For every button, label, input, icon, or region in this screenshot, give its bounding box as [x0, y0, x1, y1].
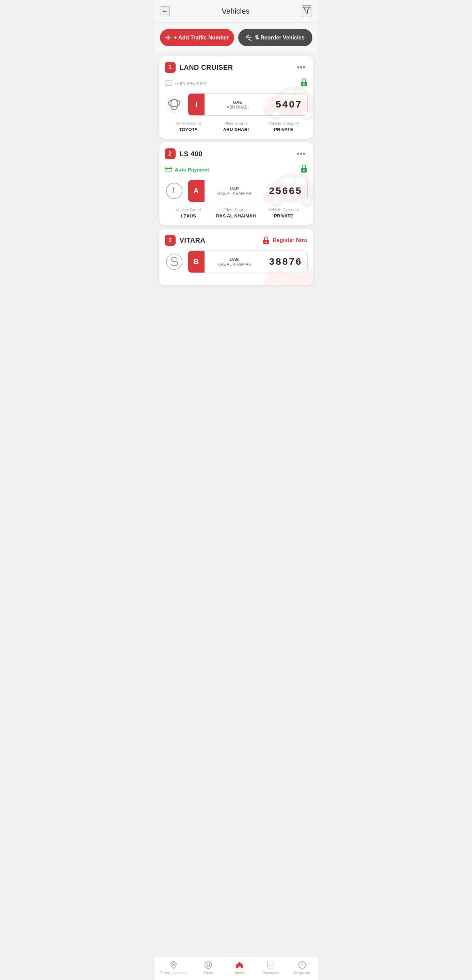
lock-icon-1	[300, 78, 308, 89]
card-title-left-3: 3 VITARA	[165, 235, 205, 246]
plate-source-value-1: ABU DHABI	[212, 127, 260, 132]
requests-icon: ?	[298, 961, 307, 969]
vehicle-card-1: 🚗 1 LAND CRUISER ••• Auto Payment	[159, 56, 313, 139]
plate-number-3: 38876	[264, 255, 307, 269]
vehicle-menu-button-1[interactable]: •••	[295, 62, 307, 73]
card-title-left-1: 1 LAND CRUISER	[165, 62, 233, 73]
lock-icon-2	[300, 164, 308, 175]
plate-letter-1: I	[188, 94, 205, 115]
plate-middle-1: UAE ABU DHABI	[205, 98, 271, 111]
nav-item-tolling[interactable]: Tolling Locations	[160, 961, 187, 975]
category-value-2: PRIVATE	[260, 213, 308, 218]
svg-rect-10	[303, 83, 305, 85]
payments-icon	[267, 961, 275, 969]
category-label-1: Vehicle Category	[260, 121, 308, 126]
category-value-1: PRIVATE	[260, 127, 308, 132]
plate-box-3: B UAE RAS AL KHAIMAH 38876	[188, 250, 308, 273]
add-button-label: + Add Traffic Number	[174, 35, 229, 41]
plate-emirate-1: ABU DHABI	[208, 105, 268, 110]
filter-button[interactable]	[302, 5, 311, 17]
action-buttons-row: + Add Traffic Number ⇅ Reorder Vehicles	[154, 23, 318, 52]
add-traffic-number-button[interactable]: + Add Traffic Number	[160, 29, 234, 46]
nav-item-home[interactable]: Home	[229, 961, 250, 975]
svg-rect-28	[268, 962, 274, 968]
auto-payment-active-2: Auto Payment	[165, 167, 209, 172]
plate-source-label-2: Plate Source	[212, 208, 260, 212]
svg-text:L: L	[171, 185, 176, 195]
svg-rect-19	[303, 170, 305, 171]
brand-value-2: LEXUS	[165, 213, 212, 218]
plate-source-label-1: Plate Source	[212, 121, 260, 126]
home-label: Home	[234, 971, 244, 975]
plate-box-1: I UAE ABU DHABI 5407	[188, 93, 308, 116]
card-header-3: 3 VITARA Register Now	[165, 235, 308, 246]
plate-number-1: 5407	[271, 98, 307, 111]
register-now-label-3: Register Now	[273, 237, 307, 243]
svg-point-26	[173, 964, 174, 965]
nav-item-payments[interactable]: Payments	[261, 961, 281, 975]
category-col-2: Vehicle Category PRIVATE	[260, 208, 308, 218]
info-row-1: Vehicle Brand TOYOTA Plate Source ABU DH…	[165, 121, 308, 132]
back-button[interactable]: ←	[161, 6, 170, 16]
plate-row-3: B UAE RAS AL KHAIMAH 38876	[165, 250, 308, 273]
brand-label-1: Vehicle Brand	[165, 121, 212, 126]
plate-letter-2: A	[188, 180, 205, 202]
payments-label: Payments	[262, 971, 279, 975]
card-icon-2	[165, 167, 172, 172]
card-icon-1	[165, 80, 172, 86]
tolling-label: Tolling Locations	[160, 971, 187, 975]
brand-col-1: Vehicle Brand TOYOTA	[165, 121, 212, 132]
bottom-navigation: Tolling Locations Fines Home Payments ? …	[154, 957, 318, 980]
plate-box-2: A UAE RAS AL KHAIMAH 25665	[188, 180, 308, 202]
plate-source-value-2: RAS AL KHAIMAH	[212, 213, 260, 218]
vehicle-name-3: VITARA	[180, 237, 205, 244]
suzuki-logo-3	[165, 252, 184, 271]
vehicle-menu-button-2[interactable]: •••	[295, 148, 307, 159]
vehicle-name-2: LS 400	[180, 150, 202, 158]
plate-country-1: UAE	[208, 100, 268, 105]
vehicle-number-badge-1: 1	[165, 62, 176, 73]
svg-line-5	[248, 39, 251, 40]
fines-label: Fines	[204, 971, 213, 975]
register-now-button-3[interactable]: Register Now	[262, 236, 307, 245]
category-col-1: Vehicle Category PRIVATE	[260, 121, 308, 132]
page-title: Vehicles	[222, 7, 250, 16]
plate-emirate-3: RAS AL KHAIMAH	[208, 262, 261, 267]
brand-label-2: Vehicle Brand	[165, 208, 212, 212]
home-icon	[235, 961, 244, 969]
plate-letter-3: B	[188, 251, 205, 272]
register-lock-icon	[262, 236, 270, 245]
payment-row-1: Auto Payment	[165, 78, 308, 89]
nav-item-requests[interactable]: ? Requests	[292, 961, 312, 975]
plate-source-col-1: Plate Source ABU DHABI	[212, 121, 260, 132]
plate-middle-3: UAE RAS AL KHAIMAH	[205, 255, 264, 269]
svg-line-3	[246, 35, 249, 37]
nav-item-fines[interactable]: Fines	[198, 961, 218, 975]
requests-label: Requests	[294, 971, 310, 975]
vehicle-number-badge-2: 2	[165, 148, 176, 159]
toyota-logo-1	[165, 95, 184, 114]
auto-payment-label-1: Auto Payment	[165, 80, 207, 86]
plate-middle-2: UAE RAS AL KHAIMAH	[205, 184, 264, 198]
plate-emirate-2: RAS AL KHAIMAH	[208, 191, 261, 196]
vehicle-card-2: 🚗 2 LS 400 ••• Auto Payment	[159, 142, 313, 225]
plate-country-2: UAE	[208, 186, 261, 191]
card-title-left-2: 2 LS 400	[165, 148, 202, 159]
vehicle-number-badge-3: 3	[165, 235, 176, 246]
svg-point-27	[205, 962, 212, 969]
svg-point-12	[171, 99, 178, 110]
tolling-icon	[169, 961, 178, 969]
info-row-2: Vehicle Brand LEXUS Plate Source RAS AL …	[165, 208, 308, 218]
svg-text:?: ?	[301, 963, 303, 968]
payment-row-2: Auto Payment	[165, 164, 308, 175]
svg-point-13	[168, 100, 180, 107]
svg-rect-23	[265, 242, 267, 243]
plate-number-2: 25665	[264, 184, 307, 198]
fines-icon	[204, 961, 213, 969]
vehicle-name-1: LAND CRUISER	[180, 64, 233, 72]
svg-rect-17	[166, 169, 167, 170]
reorder-vehicles-button[interactable]: ⇅ Reorder Vehicles	[238, 29, 312, 46]
header: ← Vehicles	[154, 0, 318, 23]
vehicles-list: 🚗 1 LAND CRUISER ••• Auto Payment	[154, 56, 318, 319]
brand-value-1: TOYOTA	[165, 127, 212, 132]
